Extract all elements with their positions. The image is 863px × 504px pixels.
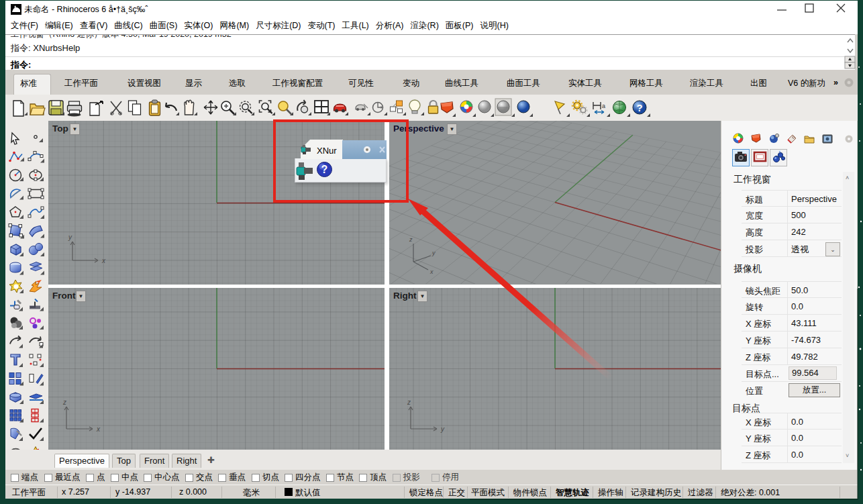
- svg-text:x: x: [101, 257, 106, 264]
- svg-text:y: y: [440, 425, 445, 433]
- svg-text:?: ?: [636, 102, 642, 113]
- svg-text:?: ?: [321, 164, 328, 175]
- svg-text:y: y: [68, 234, 72, 241]
- svg-text:a: a: [602, 103, 605, 109]
- svg-text:z: z: [62, 399, 66, 406]
- svg-text:x: x: [96, 425, 101, 433]
